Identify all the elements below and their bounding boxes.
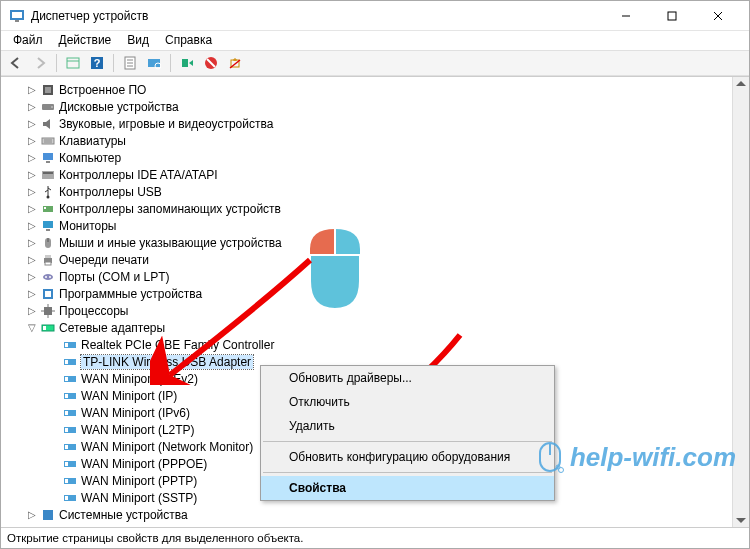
tree-leaf-label: WAN Miniport (L2TP) xyxy=(81,423,195,437)
menu-file[interactable]: Файл xyxy=(5,31,51,49)
tree-node[interactable]: ▷Системные устройства xyxy=(3,506,730,523)
svg-point-44 xyxy=(49,276,51,278)
titlebar: Диспетчер устройств xyxy=(1,1,749,31)
adapter-icon xyxy=(62,422,78,438)
context-menu-item[interactable]: Свойства xyxy=(261,476,554,500)
chevron-right-icon[interactable]: ▷ xyxy=(25,169,39,180)
svg-rect-34 xyxy=(44,207,46,209)
category-icon xyxy=(40,235,56,251)
close-button[interactable] xyxy=(695,1,741,31)
category-icon xyxy=(40,184,56,200)
svg-rect-28 xyxy=(43,153,53,160)
toolbar-disable-button[interactable] xyxy=(200,52,222,74)
svg-rect-65 xyxy=(65,428,68,432)
tree-node-network-adapters[interactable]: ▽Сетевые адаптеры xyxy=(3,319,730,336)
statusbar-text: Открытие страницы свойств для выделенног… xyxy=(7,532,303,544)
tree-node[interactable]: ▷Звуковые, игровые и видеоустройства xyxy=(3,115,730,132)
maximize-button[interactable] xyxy=(649,1,695,31)
toolbar-scan-hardware-button[interactable] xyxy=(143,52,165,74)
tree-node[interactable]: ▷Контроллеры запоминающих устройств xyxy=(3,200,730,217)
svg-rect-41 xyxy=(45,262,51,265)
toolbar-properties-button[interactable] xyxy=(119,52,141,74)
toolbar: ? xyxy=(1,50,749,76)
adapter-icon xyxy=(62,405,78,421)
tree-leaf-label: WAN Miniport (PPPOE) xyxy=(81,457,207,471)
category-icon xyxy=(40,252,56,268)
tree-node-label: Контроллеры USB xyxy=(59,185,162,199)
adapter-icon xyxy=(62,439,78,455)
chevron-right-icon[interactable]: ▷ xyxy=(25,509,39,520)
tree-node-label: Сетевые адаптеры xyxy=(59,321,165,335)
tree-node-label: Процессоры xyxy=(59,304,129,318)
category-icon xyxy=(40,150,56,166)
chevron-right-icon[interactable]: ▷ xyxy=(25,254,39,265)
context-menu: Обновить драйверы...ОтключитьУдалитьОбно… xyxy=(260,365,555,501)
window-title: Диспетчер устройств xyxy=(31,9,603,23)
category-icon xyxy=(40,133,56,149)
tree-node[interactable]: ▷Контроллеры IDE ATA/ATAPI xyxy=(3,166,730,183)
watermark-mouse-icon xyxy=(536,439,564,475)
chevron-right-icon[interactable]: ▷ xyxy=(25,305,39,316)
tree-node[interactable]: ▷Компьютер xyxy=(3,149,730,166)
toolbar-back-button[interactable] xyxy=(5,52,27,74)
svg-point-42 xyxy=(43,274,53,280)
svg-rect-36 xyxy=(46,229,50,231)
tree-node-label: Дисковые устройства xyxy=(59,100,179,114)
context-menu-separator xyxy=(263,472,552,473)
menubar: Файл Действие Вид Справка xyxy=(1,31,749,50)
chevron-right-icon[interactable]: ▷ xyxy=(25,203,39,214)
svg-rect-57 xyxy=(65,360,68,364)
tree-node[interactable]: ▷Встроенное ПО xyxy=(3,81,730,98)
category-icon xyxy=(40,218,56,234)
toolbar-update-driver-button[interactable] xyxy=(176,52,198,74)
chevron-right-icon[interactable]: ▷ xyxy=(25,84,39,95)
minimize-button[interactable] xyxy=(603,1,649,31)
tree-leaf-label: WAN Miniport (IPv6) xyxy=(81,406,190,420)
svg-rect-7 xyxy=(67,58,79,68)
tree-node-label: Звуковые, игровые и видеоустройства xyxy=(59,117,273,131)
toolbar-help-button[interactable]: ? xyxy=(86,52,108,74)
toolbar-uninstall-button[interactable] xyxy=(224,52,246,74)
chevron-right-icon[interactable]: ▷ xyxy=(25,237,39,248)
mouse-illustration xyxy=(300,225,370,316)
menu-view[interactable]: Вид xyxy=(119,31,157,49)
chevron-right-icon[interactable]: ▷ xyxy=(25,220,39,231)
context-menu-item[interactable]: Удалить xyxy=(261,414,554,438)
adapter-icon xyxy=(62,490,78,506)
chevron-right-icon[interactable]: ▷ xyxy=(25,186,39,197)
category-icon xyxy=(40,320,56,336)
adapter-icon xyxy=(62,371,78,387)
chevron-right-icon[interactable]: ▷ xyxy=(25,288,39,299)
toolbar-forward-button[interactable] xyxy=(29,52,51,74)
category-icon xyxy=(40,82,56,98)
svg-rect-1 xyxy=(12,12,22,18)
svg-point-43 xyxy=(45,276,47,278)
category-icon xyxy=(40,99,56,115)
category-icon xyxy=(40,167,56,183)
chevron-right-icon[interactable]: ▷ xyxy=(25,271,39,282)
svg-rect-17 xyxy=(182,59,188,67)
toolbar-show-hidden-button[interactable] xyxy=(62,52,84,74)
chevron-right-icon[interactable]: ▷ xyxy=(25,135,39,146)
svg-rect-29 xyxy=(46,161,50,163)
context-menu-item[interactable]: Обновить конфигурацию оборудования xyxy=(261,445,554,469)
category-icon xyxy=(40,201,56,217)
menu-help[interactable]: Справка xyxy=(157,31,220,49)
app-icon xyxy=(9,8,25,24)
context-menu-separator xyxy=(263,441,552,442)
context-menu-item[interactable]: Обновить драйверы... xyxy=(261,366,554,390)
tree-node-label: Мыши и иные указывающие устройства xyxy=(59,236,282,250)
tree-node[interactable]: ▷Контроллеры USB xyxy=(3,183,730,200)
context-menu-item[interactable]: Отключить xyxy=(261,390,554,414)
tree-node[interactable]: ▷Дисковые устройства xyxy=(3,98,730,115)
chevron-right-icon[interactable]: ▷ xyxy=(25,152,39,163)
chevron-right-icon[interactable]: ▷ xyxy=(25,101,39,112)
toolbar-separator xyxy=(170,54,171,72)
category-icon xyxy=(40,303,56,319)
menu-action[interactable]: Действие xyxy=(51,31,120,49)
chevron-right-icon[interactable]: ▷ xyxy=(25,118,39,129)
tree-leaf[interactable]: Realtek PCIe GBE Family Controller xyxy=(3,336,730,353)
svg-rect-22 xyxy=(45,87,51,93)
tree-node[interactable]: ▷Клавиатуры xyxy=(3,132,730,149)
chevron-down-icon[interactable]: ▽ xyxy=(25,322,39,333)
